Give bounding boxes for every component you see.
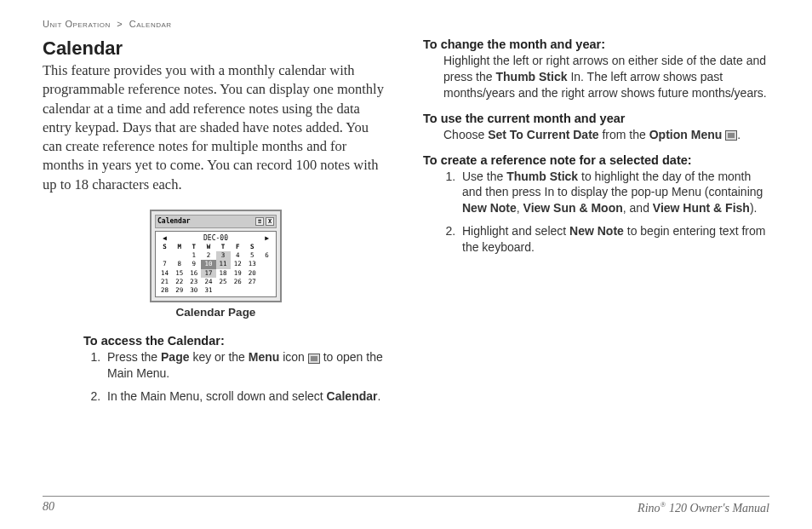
- option-menu-icon: [725, 130, 737, 141]
- intro-paragraph: This feature provides you with a monthly…: [43, 61, 389, 194]
- change-month-text: Highlight the left or right arrows on ei…: [443, 53, 769, 101]
- calendar-nav: ◀ DEC-00 ▶: [157, 233, 274, 243]
- menu-icon: ≡: [255, 217, 264, 226]
- close-icon: X: [266, 217, 274, 226]
- current-month-heading: To use the current month and year: [423, 112, 769, 125]
- access-step-2: In the Main Menu, scroll down and select…: [104, 388, 389, 405]
- month-label: DEC-00: [203, 234, 228, 242]
- footer-doc: Rino® 120 Owner's Manual: [638, 500, 769, 515]
- figure-caption: Calendar Page: [43, 306, 389, 319]
- access-heading: To access the Calendar:: [83, 334, 389, 348]
- breadcrumb-sep: >: [117, 19, 123, 29]
- access-step-1: Press the Page key or the Menu icon to o…: [104, 349, 389, 382]
- create-note-steps: Use the Thumb Stick to highlight the day…: [423, 169, 769, 256]
- breadcrumb-section: Unit Operation: [43, 19, 111, 29]
- right-column: To change the month and year: Highlight …: [423, 37, 769, 415]
- calendar-widget-title: Calendar: [157, 217, 191, 225]
- next-month-icon: ▶: [265, 234, 269, 242]
- breadcrumb-page: Calendar: [129, 19, 172, 29]
- breadcrumb: Unit Operation > Calendar: [43, 19, 769, 29]
- create-note-step-1: Use the Thumb Stick to highlight the day…: [459, 169, 769, 217]
- calendar-figure: Calendar ≡ X ◀ DEC-00 ▶ S: [43, 210, 389, 319]
- calendar-grid: S M T W T F S 123456 78910111213 1415161…: [157, 243, 274, 296]
- calendar-body: ◀ DEC-00 ▶ S M T W T F S: [155, 231, 277, 298]
- change-month-heading: To change the month and year:: [423, 37, 769, 51]
- create-note-step-2: Highlight and select New Note to begin e…: [459, 223, 769, 256]
- access-steps: Press the Page key or the Menu icon to o…: [43, 349, 389, 405]
- prev-month-icon: ◀: [163, 234, 167, 242]
- left-column: Calendar This feature provides you with …: [43, 37, 389, 415]
- calendar-titlebar: Calendar ≡ X: [155, 215, 277, 228]
- menu-icon: [308, 354, 320, 364]
- current-month-text: Choose Set To Current Date from the Opti…: [443, 127, 769, 143]
- create-note-heading: To create a reference note for a selecte…: [423, 153, 769, 167]
- calendar-widget: Calendar ≡ X ◀ DEC-00 ▶ S: [150, 210, 282, 303]
- page-number: 80: [43, 500, 54, 515]
- page-title: Calendar: [43, 37, 389, 60]
- page-footer: 80 Rino® 120 Owner's Manual: [43, 496, 769, 515]
